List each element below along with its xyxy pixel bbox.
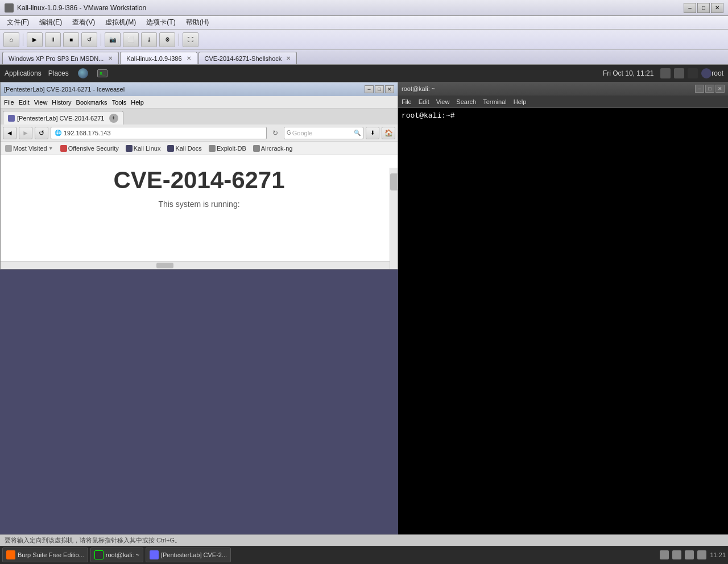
search-icon: 🔍 [354, 130, 361, 136]
toolbar-stop-button[interactable]: ■ [63, 32, 79, 47]
terminal-menu-terminal[interactable]: Terminal [483, 98, 507, 105]
browser-tab-cve[interactable]: [PentesterLab] CVE-2014-6271 + [3, 111, 123, 125]
browser-minimize-button[interactable]: – [365, 85, 374, 93]
terminal-minimize-button[interactable]: – [695, 85, 704, 93]
toolbar-snapshot2-button[interactable]: ⬜ [123, 32, 139, 47]
vmware-menu-vm[interactable]: 虚拟机(M) [101, 16, 140, 28]
browser-menu-help[interactable]: Help [131, 99, 144, 106]
browser-maximize-button[interactable]: □ [375, 85, 384, 93]
terminal-menu-search[interactable]: Search [456, 98, 476, 105]
toolbar-power-button[interactable]: ▶ [27, 32, 43, 47]
toolbar-home-button[interactable]: ⌂ [3, 32, 19, 47]
vmware-menu-file[interactable]: 文件(F) [2, 16, 34, 28]
bookmark-most-visited[interactable]: Most Visited ▼ [3, 144, 56, 153]
taskbar-browser-icon [150, 550, 159, 559]
toolbar-reset-button[interactable]: ↺ [81, 32, 97, 47]
taskbar-systray: 11:21 [660, 550, 726, 559]
bookmark-offensive-security[interactable]: Offensive Security [58, 144, 121, 153]
bookmark-aircrack-ng[interactable]: Aircrack-ng [251, 144, 295, 153]
vmware-maximize-button[interactable]: □ [697, 3, 710, 13]
vmware-close-button[interactable]: ✕ [711, 3, 723, 13]
browser-home-button[interactable]: 🏠 [382, 127, 395, 139]
browser-favicon [8, 115, 15, 122]
kali-globe-icon [78, 68, 88, 78]
browser-scroll-thumb[interactable] [390, 173, 398, 190]
bookmark-kali-docs-icon [167, 145, 174, 152]
browser-download-button[interactable]: ⬇ [366, 127, 379, 139]
vmware-tab-cve[interactable]: CVE-2014-6271-Shellshock ✕ [198, 52, 297, 64]
toolbar-snapshot-button[interactable]: 📷 [105, 32, 121, 47]
browser-reload2-button[interactable]: ↻ [269, 127, 282, 139]
toolbar-settings-button[interactable]: ⚙ [159, 32, 175, 47]
taskbar-item-burp[interactable]: Burp Suite Free Editio... [2, 548, 88, 562]
browser-nav-bar: ◄ ► ↺ 🌐 192.168.175.143 ↻ G Google 🔍 ⬇ 🏠 [1, 125, 398, 142]
kali-places[interactable]: Places [48, 69, 69, 77]
systray-icon-3 [688, 68, 698, 78]
bookmark-kali-linux-label: Kali Linux [134, 145, 161, 152]
terminal-menu-edit[interactable]: Edit [419, 98, 429, 105]
taskbar-item-browser[interactable]: [PentesterLab] CVE-2... [146, 548, 231, 562]
browser-reload-button[interactable]: ↺ [35, 127, 48, 139]
vmware-tab-winxp[interactable]: Windows XP Pro SP3 En MSDN... ✕ [2, 52, 119, 64]
browser-vertical-scrollbar[interactable] [390, 168, 398, 269]
vmware-titlebar: Kali-linux-1.0.9-i386 - VMware Workstati… [0, 0, 728, 16]
browser-menu-bookmarks[interactable]: Bookmarks [76, 99, 107, 106]
browser-menu-file[interactable]: File [4, 99, 14, 106]
terminal-menu-file[interactable]: File [402, 98, 412, 105]
bookmark-most-visited-icon [5, 145, 12, 152]
toolbar-pause-button[interactable]: ⏸ [45, 32, 61, 47]
browser-hscroll-thumb[interactable] [156, 263, 173, 268]
browser-menu-view[interactable]: View [34, 99, 48, 106]
vmware-tab-winxp-close[interactable]: ✕ [108, 55, 113, 61]
browser-menu-tools[interactable]: Tools [112, 99, 127, 106]
browser-menu-history[interactable]: History [52, 99, 71, 106]
browser-window: [PentesterLab] CVE-2014-6271 - Iceweasel… [0, 82, 398, 269]
bookmark-kali-docs[interactable]: Kali Docs [165, 144, 204, 153]
browser-forward-button[interactable]: ► [19, 127, 32, 139]
terminal-menu-help[interactable]: Help [514, 98, 527, 105]
kali-topbar: Applications Places $_ Fri Oct 10, 11:21… [0, 65, 728, 82]
systray-taskbar-clock: 11:21 [710, 551, 726, 558]
vmware-tab-kali[interactable]: Kali-linux-1.0.9-i386 ✕ [120, 52, 197, 64]
terminal-body[interactable]: root@kali:~# [398, 108, 728, 564]
vmware-menu-tabs[interactable]: 选项卡(T) [142, 16, 180, 28]
network-icon [701, 68, 712, 78]
browser-menu-edit[interactable]: Edit [19, 99, 30, 106]
browser-back-button[interactable]: ◄ [3, 127, 16, 139]
vmware-menu-help[interactable]: 帮助(H) [181, 16, 214, 28]
toolbar-separator-1 [23, 34, 23, 46]
browser-add-tab-button[interactable]: + [109, 114, 118, 123]
toolbar-fullscreen-button[interactable]: ⛶ [183, 32, 198, 47]
vmware-tab-cve-close[interactable]: ✕ [286, 55, 291, 61]
browser-menubar: File Edit View History Bookmarks Tools H… [1, 96, 398, 109]
kali-applications[interactable]: Applications [5, 69, 42, 77]
browser-close-button[interactable]: ✕ [385, 85, 394, 93]
terminal-menu-view[interactable]: View [436, 98, 450, 105]
taskbar-browser-label: [PentesterLab] CVE-2... [161, 551, 227, 558]
terminal-window-controls: – □ ✕ [695, 85, 725, 93]
bookmark-kali-docs-label: Kali Docs [175, 145, 201, 152]
browser-horizontal-scrollbar[interactable] [1, 261, 390, 269]
toolbar-separator-3 [179, 34, 179, 46]
bookmark-kali-linux[interactable]: Kali Linux [123, 144, 163, 153]
vmware-title: Kali-linux-1.0.9-i386 - VMware Workstati… [17, 4, 146, 12]
browser-url-bar[interactable]: 🌐 192.168.175.143 [51, 127, 267, 139]
bookmark-exploit-db[interactable]: Exploit-DB [206, 144, 249, 153]
browser-tab-bar: [PentesterLab] CVE-2014-6271 + [1, 109, 398, 125]
terminal-close-button[interactable]: ✕ [715, 85, 725, 93]
vmware-menu-view[interactable]: 查看(V) [68, 16, 100, 28]
toolbar-snapshot3-button[interactable]: ⤓ [141, 32, 157, 47]
vmware-tab-kali-close[interactable]: ✕ [187, 55, 191, 61]
systray-icon-2 [674, 68, 684, 78]
terminal-maximize-button[interactable]: □ [705, 85, 714, 93]
taskbar-item-terminal[interactable]: root@kali: ~ [90, 548, 143, 562]
vmware-minimize-button[interactable]: – [684, 3, 696, 13]
taskbar-terminal-label: root@kali: ~ [106, 551, 139, 558]
vmware-menu-edit[interactable]: 编辑(E) [35, 16, 67, 28]
terminal-title: root@kali: ~ [402, 85, 435, 92]
browser-search-bar[interactable]: G Google 🔍 [284, 127, 363, 139]
vmware-menubar: 文件(F) 编辑(E) 查看(V) 虚拟机(M) 选项卡(T) 帮助(H) [0, 16, 728, 30]
systray-taskbar-icon-4 [697, 550, 706, 559]
kali-terminal-icon[interactable]: $_ [97, 69, 107, 77]
kali-user-indicator: root [712, 69, 723, 77]
